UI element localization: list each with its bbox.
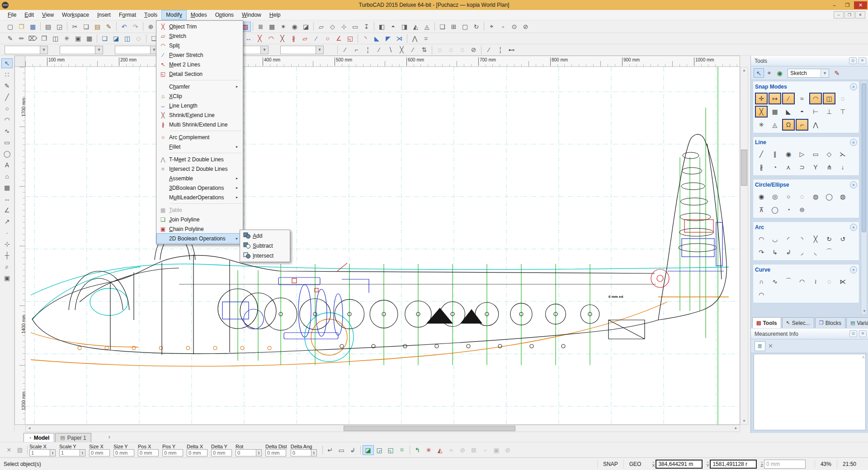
menu-item-multi-shrink-extend-line[interactable]: ∦Multi Shrink/Extend Line: [157, 120, 242, 129]
size-y-input[interactable]: [113, 449, 134, 456]
snap-normal-icon[interactable]: ⊤: [836, 106, 849, 118]
line-single-icon[interactable]: ╱: [755, 148, 768, 160]
snap-angle-icon[interactable]: ◣: [782, 106, 795, 118]
scroll-left-icon[interactable]: ◄: [26, 425, 33, 432]
arc-elliptical-icon[interactable]: ◞: [796, 246, 808, 258]
line-polygon-icon[interactable]: ▷: [796, 148, 808, 160]
menu-item-chamfer[interactable]: Chamfer▸: [157, 82, 242, 91]
mdi-close-button[interactable]: ✕: [855, 11, 865, 19]
menu-item-fillet[interactable]: Fillet▸: [157, 142, 242, 151]
menu-item-chain-polyline[interactable]: ▣Chain Polyline: [157, 224, 242, 234]
spinner[interactable]: ▲▼: [50, 449, 56, 456]
sketch-pen-icon[interactable]: ✎: [5, 33, 16, 43]
snap-nearest-icon[interactable]: ∕: [782, 93, 795, 104]
arc-start-end-icon[interactable]: ◜: [782, 233, 795, 245]
line-rotated-rect-icon[interactable]: ◇: [823, 148, 835, 160]
design-director-icon[interactable]: ≣: [255, 22, 266, 32]
snap-workplane-icon[interactable]: ◫: [823, 93, 835, 104]
arc-trim-icon[interactable]: ╳: [809, 233, 822, 245]
arc-3point-icon[interactable]: ◡: [769, 233, 781, 245]
arc-ellipse-rotated-icon[interactable]: ◟: [809, 246, 822, 258]
pos-x-input[interactable]: [138, 449, 159, 456]
property-combo-3[interactable]: ▼: [115, 46, 158, 54]
y-coordinate-value[interactable]: 1581,491128 r: [710, 460, 757, 469]
intersect-2-double-lines-tool-icon[interactable]: ⌗: [420, 33, 432, 43]
menu-item-stretch[interactable]: ▱Stretch: [157, 31, 242, 41]
scroll-down-icon[interactable]: ▼: [741, 418, 748, 424]
y-coordinate[interactable]: ▫Y 1581,491128 r: [706, 460, 757, 469]
menu-options[interactable]: Options: [211, 10, 238, 20]
stretch-tool-icon[interactable]: ▱: [299, 33, 311, 43]
ellipse-axes-icon[interactable]: ⊼: [755, 204, 768, 216]
line-trisector-icon[interactable]: ⋔: [823, 161, 835, 173]
tab-paper-1[interactable]: ▤ Paper 1: [55, 433, 91, 442]
tab-model[interactable]: ◔ Model: [24, 433, 54, 442]
pos-y-input[interactable]: [162, 449, 183, 456]
save-file-icon[interactable]: ▦: [27, 22, 38, 32]
construction-tool-icon[interactable]: ⊹: [1, 239, 13, 249]
workplane-z-icon[interactable]: ↧: [361, 22, 372, 32]
menu-modify[interactable]: Modify: [161, 10, 186, 20]
horizontal-scrollbar[interactable]: ◄ ►: [25, 425, 740, 432]
menu-item-object-trim[interactable]: ╳Object Trim: [157, 22, 242, 31]
chamfer-angle-tool-icon[interactable]: ◤: [382, 33, 394, 43]
panel-scroll-thumb[interactable]: [862, 83, 866, 232]
menu-item-multileaderoperations[interactable]: MultiLeaderOperations▸: [157, 193, 242, 202]
workplane-3point-icon[interactable]: ◇: [327, 22, 338, 32]
chamfer-tool-icon[interactable]: ◣: [371, 33, 382, 43]
camera-icon[interactable]: ◉: [289, 22, 300, 32]
palette-tab-selec[interactable]: ↖Selec...: [782, 317, 814, 328]
snap-ortho-icon[interactable]: Ω: [782, 119, 795, 131]
snap-arc-center-icon[interactable]: ◠: [809, 93, 822, 104]
snap-perpendicular-icon[interactable]: ⊥: [823, 106, 835, 118]
menu-item-assemble[interactable]: Assemble▸: [157, 174, 242, 183]
snap-face-icon[interactable]: ◓: [796, 106, 808, 118]
vertical-ruler[interactable]: 1700 mm1400 mm1200 mm: [14, 67, 25, 425]
z-coordinate-value[interactable]: 0 mm: [764, 460, 806, 469]
extrude-icon[interactable]: ◇: [133, 33, 144, 43]
select-by-rectangle-icon[interactable]: ◪: [363, 445, 374, 455]
menu-tools[interactable]: Tools: [140, 10, 161, 20]
select-3d-icon[interactable]: ▫: [497, 22, 509, 32]
workplane-origin-icon[interactable]: ⊹: [338, 22, 349, 32]
select-fence-icon[interactable]: ⌗: [396, 445, 408, 455]
redraw-icon[interactable]: ↻: [471, 22, 482, 32]
rectangle-tool-icon[interactable]: ▭: [1, 137, 13, 147]
print-preview-icon[interactable]: ◲: [54, 22, 65, 32]
menu-modes[interactable]: Modes: [187, 10, 211, 20]
workplane-view-icon[interactable]: ▭: [349, 22, 361, 32]
inspector-calculator-icon[interactable]: ▤: [14, 445, 25, 455]
menu-window[interactable]: Window: [238, 10, 265, 20]
arc-continue-icon[interactable]: ↷: [755, 246, 768, 258]
panel-scroll-down-icon[interactable]: ▼: [861, 308, 868, 315]
boolean-intersect-tool-icon[interactable]: ◫: [122, 33, 133, 43]
x-coordinate[interactable]: ▫X 384,644291 m: [652, 460, 703, 469]
measurement-close-icon[interactable]: ✕: [859, 330, 867, 337]
arc-fixed-ratio-icon[interactable]: ⌒: [823, 246, 835, 258]
tab-scroll-left-button[interactable]: ‹: [105, 434, 114, 442]
snap-marks-icon[interactable]: ✳: [423, 445, 434, 455]
paste-icon[interactable]: ▤: [92, 22, 103, 32]
submenu-item-subtract[interactable]: Subtract: [241, 241, 289, 251]
menu-item-t-meet-2-double-lines[interactable]: ⋀T-Meet 2 Double Lines: [157, 155, 242, 164]
view-left-icon[interactable]: ◨: [399, 22, 410, 32]
snap-midpoint-icon[interactable]: ↦: [769, 93, 781, 104]
palette-tab-blocks[interactable]: ❒Blocks: [815, 317, 845, 328]
panel-select-tool-icon[interactable]: ↖: [754, 68, 764, 78]
circle-concentric-icon[interactable]: ◎: [769, 191, 781, 202]
geo-status[interactable]: GEO: [623, 460, 647, 469]
explode-icon[interactable]: ✳: [61, 33, 72, 43]
curve-cloud-icon[interactable]: ◌: [823, 276, 835, 287]
format-painter-icon[interactable]: ✎: [103, 22, 114, 32]
mdi-restore-button[interactable]: ❐: [844, 11, 854, 19]
panel-scrollbar[interactable]: ▼: [861, 81, 867, 315]
redo-icon[interactable]: ↷: [130, 22, 141, 32]
snap-intersection-icon[interactable]: ╳: [755, 106, 768, 118]
circle-center-snap-icon[interactable]: ◌: [434, 45, 445, 55]
arc-rotate-icon[interactable]: ↺: [836, 233, 849, 245]
window-tile-icon[interactable]: ⊞: [448, 22, 459, 32]
cross-mode-icon[interactable]: ╳: [396, 45, 407, 55]
meet-2-lines-tool-icon[interactable]: ∠: [333, 33, 344, 43]
chamfer-2lines-tool-icon[interactable]: ⋊: [394, 33, 405, 43]
insert-image-icon[interactable]: ▣: [72, 33, 84, 43]
